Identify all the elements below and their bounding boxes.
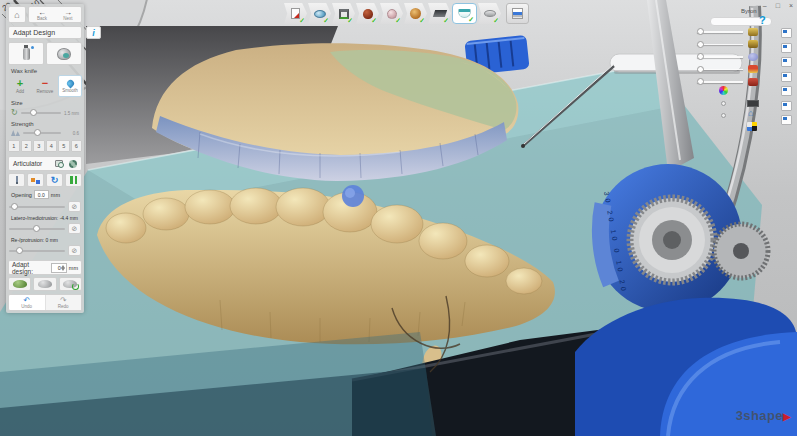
home-icon: ⌂ (14, 10, 19, 20)
adapt-full-button[interactable] (8, 277, 31, 291)
smooth-button[interactable]: Smooth (58, 75, 82, 97)
articulator-magnifier-icon (55, 160, 63, 167)
back-arrow-icon: ← (38, 9, 46, 16)
articulator-settings-button[interactable] (67, 158, 79, 169)
toggle-dot-2[interactable] (721, 113, 726, 118)
opening-reset-button[interactable]: ⊘ (68, 201, 81, 212)
strength-slider-thumb[interactable] (34, 129, 41, 136)
protrusion-slider-thumb[interactable] (16, 247, 23, 254)
protrusion-reset-button[interactable]: ⊘ (68, 245, 81, 256)
workflow-step-order[interactable]: ✓ (284, 3, 307, 24)
protrusion-label: Re-/protrusion: 0 mm (11, 237, 82, 243)
3shape-watermark: 3shape▶ (736, 408, 791, 423)
workflow-step-scan[interactable]: ✓ (308, 3, 331, 24)
articulator-section-label: Articulator (13, 160, 51, 167)
opening-slider-thumb[interactable] (11, 203, 18, 210)
undo-button[interactable]: ↶ Undo (9, 295, 45, 310)
adapt-design-stepper[interactable]: 0 (51, 263, 67, 273)
application-window: 20 10 (0, 0, 797, 436)
stepper-down-icon[interactable] (61, 268, 65, 271)
strength-slider[interactable] (23, 132, 61, 134)
close-button[interactable]: × (789, 2, 793, 9)
window-controls: – □ × (763, 2, 793, 9)
preset-4-button[interactable]: 4 (46, 140, 58, 152)
base-layer-icon[interactable] (748, 78, 758, 86)
check-icon: ✓ (347, 17, 353, 25)
opening-slider[interactable] (9, 206, 65, 208)
preset-5-button[interactable]: 5 (58, 140, 70, 152)
adapt-design-label: Adapt design: (12, 261, 49, 275)
workflow-step-denture-base-active[interactable]: ✓ (452, 3, 477, 24)
incisal-pin-button[interactable] (8, 173, 25, 187)
panel-toggle-2[interactable] (781, 43, 792, 53)
size-slider-thumb[interactable] (30, 109, 37, 116)
workflow-step-upper-impression[interactable]: ✓ (356, 3, 379, 24)
keyboard-icon[interactable] (747, 100, 759, 107)
workflow-step-layers[interactable] (506, 3, 529, 24)
pause-button[interactable] (65, 173, 82, 187)
workflow-step-baseplate[interactable]: ✓ (478, 3, 501, 24)
workflow-step-articulator[interactable]: ✓ (332, 3, 355, 24)
next-button[interactable]: → Next (55, 7, 81, 22)
panel-toggle-3[interactable] (781, 57, 792, 67)
latero-slider[interactable] (9, 228, 65, 230)
back-button[interactable]: ← Back (29, 7, 55, 22)
help-button[interactable]: ? (759, 14, 766, 26)
home-button[interactable]: ⌂ (8, 6, 26, 23)
opening-input[interactable]: 0.0 (34, 190, 49, 199)
upper-scan-icon[interactable] (748, 28, 758, 36)
size-slider[interactable] (21, 112, 61, 114)
remove-button[interactable]: − Remove (33, 75, 57, 97)
brush-cursor[interactable] (342, 185, 364, 207)
workflow-step-lower-impression[interactable]: ✓ (380, 3, 403, 24)
slider-thumb[interactable] (697, 53, 704, 60)
panel-toggle-6[interactable] (781, 101, 792, 111)
back-label: Back (37, 16, 47, 21)
morph-tool-button[interactable] (46, 42, 82, 65)
reset-motion-button[interactable]: ↻ (46, 173, 63, 187)
slider-thumb[interactable] (697, 66, 704, 73)
panel-toggle-5[interactable] (781, 86, 792, 96)
minimize-button[interactable]: – (763, 2, 767, 9)
wax-knife-tool-button[interactable] (8, 42, 44, 65)
wax-rim-layer-icon[interactable] (748, 65, 758, 73)
check-icon: ✓ (395, 17, 401, 25)
panel-toggle-4[interactable] (781, 72, 792, 82)
panel-toggle-1[interactable] (781, 28, 792, 38)
preset-2-button[interactable]: 2 (21, 140, 33, 152)
preset-1-button[interactable]: 1 (8, 140, 20, 152)
minus-icon: − (42, 79, 48, 88)
check-icon: ✓ (419, 17, 425, 25)
contact-colors-button[interactable] (27, 173, 44, 187)
latero-reset-button[interactable]: ⊘ (68, 223, 81, 234)
3d-viewport[interactable]: 20 10 (0, 0, 797, 436)
slider-thumb[interactable] (697, 41, 704, 48)
add-button[interactable]: + Add (8, 75, 32, 97)
preset-3-button[interactable]: 3 (33, 140, 45, 152)
wax-knife-icon (23, 48, 30, 60)
teeth-layer-icon[interactable] (748, 53, 758, 61)
redo-button[interactable]: ↷ Redo (45, 295, 82, 310)
adapt-refresh-button[interactable] (59, 277, 82, 291)
slider-thumb[interactable] (697, 28, 704, 35)
check-icon: ✓ (323, 17, 329, 25)
workflow-step-blockout[interactable]: ✓ (428, 3, 451, 24)
lower-scan-icon[interactable] (748, 40, 758, 48)
home-view-icon[interactable]: ⌂ (748, 108, 753, 118)
latero-slider-thumb[interactable] (33, 225, 40, 232)
patient-tab[interactable]: Byron (741, 8, 757, 14)
info-button[interactable]: i (86, 26, 101, 39)
slider-thumb[interactable] (697, 78, 704, 85)
rotate-icon: ↻ (51, 176, 59, 185)
toggle-dot-1[interactable] (721, 101, 726, 106)
baseplate-icon (484, 10, 496, 17)
color-wheel-icon[interactable] (719, 86, 728, 95)
preset-6-button[interactable]: 6 (71, 140, 83, 152)
adapt-preview-button[interactable] (33, 277, 56, 291)
workflow-step-tooth-setup[interactable]: ✓ (404, 3, 427, 24)
panel-toggle-7[interactable] (781, 115, 792, 125)
articulator-inspect-button[interactable] (53, 158, 65, 169)
maximize-button[interactable]: □ (776, 2, 780, 9)
protrusion-slider[interactable] (9, 250, 65, 252)
render-settings-icon[interactable] (747, 122, 757, 131)
